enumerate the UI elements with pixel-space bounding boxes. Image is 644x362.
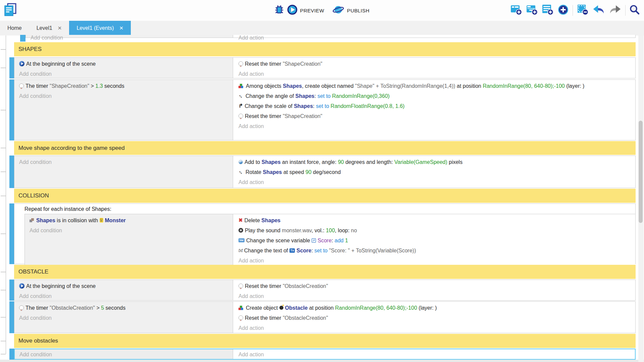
group-title[interactable]: Move shape according to the game speed (14, 141, 636, 155)
conditions-cell[interactable]: At the beginning of the scene Add condit… (14, 58, 233, 78)
add-condition-button[interactable]: Add condition (19, 313, 229, 323)
group-header-collision[interactable]: COLLISION (9, 189, 636, 203)
condition-line[interactable]: Shapes is in collision with Monster (30, 216, 229, 226)
add-condition-button[interactable]: Add condition (19, 157, 229, 167)
delete-icon (238, 215, 243, 225)
delete-selection-icon[interactable] (577, 4, 589, 17)
debug-icon[interactable] (275, 5, 284, 16)
action-line[interactable]: Change the scale of Shapes: set to Rando… (238, 101, 629, 111)
event-row[interactable]: Add condition Add to Shapes an instant f… (9, 156, 636, 188)
action-line[interactable]: Among objects Shapes, create object name… (238, 81, 629, 91)
condition-line[interactable]: At the beginning of the scene (19, 281, 229, 291)
add-action-button[interactable]: Add action (238, 323, 629, 333)
actions-cell[interactable]: Create object Obstacle at position Rando… (233, 302, 635, 333)
preview-button[interactable]: PREVIEW (287, 4, 324, 16)
event-drag-handle[interactable] (9, 203, 14, 264)
actions-cell[interactable]: Add action (233, 349, 635, 359)
close-tab-icon[interactable]: ✕ (58, 25, 62, 31)
action-line[interactable]: Reset the timer "ObstacleCreation" (238, 313, 629, 323)
action-line[interactable]: Delete Shapes (238, 216, 629, 226)
conditions-cell[interactable]: At the beginning of the scene Add condit… (14, 280, 233, 300)
add-action-button[interactable]: Add action (238, 121, 629, 131)
action-line[interactable]: Change the text of Score: set to "Score:… (238, 246, 629, 256)
foreach-header[interactable]: Repeat for each instance of Shapes: (14, 204, 635, 214)
group-title[interactable]: Move obstacles (14, 334, 636, 348)
add-comment-icon[interactable] (542, 4, 554, 17)
group-header-obstacle[interactable]: OBSTACLE (9, 265, 636, 279)
add-event-icon[interactable] (510, 4, 522, 17)
action-line[interactable]: Rotate Shapes at speed 90 deg/second (238, 167, 629, 177)
add-condition-button[interactable]: Add condition (19, 291, 229, 301)
actions-cell[interactable]: Delete Shapes Play the sound monster.wav… (233, 214, 635, 266)
event-drag-handle[interactable] (9, 156, 14, 188)
condition-line[interactable]: The timer "ShapeCreation" > 1.3 seconds (19, 81, 229, 91)
event-row[interactable]: The timer "ShapeCreation" > 1.3 seconds … (9, 79, 636, 140)
sound-icon (238, 228, 243, 233)
actions-cell[interactable]: Reset the timer "ShapeCreation" Add acti… (233, 58, 635, 78)
event-drag-handle[interactable] (9, 301, 14, 333)
foreach-event-row[interactable]: Repeat for each instance of Shapes: Shap… (9, 203, 636, 264)
add-action-button[interactable]: Add action (238, 256, 629, 266)
add-condition-button[interactable]: Add condition (31, 35, 229, 42)
group-header-shapes[interactable]: SHAPES (9, 42, 636, 56)
redo-icon[interactable] (609, 5, 622, 16)
actions-cell[interactable]: Add action (233, 35, 635, 38)
vertical-scrollbar[interactable] (638, 36, 644, 362)
event-row-clipped[interactable]: Add condition Add action (20, 35, 636, 42)
conditions-cell[interactable]: Shapes is in collision with Monster Add … (25, 214, 233, 266)
action-line[interactable]: Reset the timer "ShapeCreation" (238, 59, 629, 69)
actions-cell[interactable]: Among objects Shapes, create object name… (233, 80, 635, 140)
conditions-cell[interactable]: The timer "ObstacleCreation" > 5 seconds… (14, 302, 233, 333)
action-line[interactable]: Play the sound monster.wav, vol.: 100, l… (238, 226, 629, 236)
add-action-button[interactable]: Add action (238, 177, 629, 187)
add-other-event-icon[interactable] (557, 4, 569, 17)
conditions-cell[interactable]: Add condition (26, 35, 233, 38)
action-line[interactable]: Change the angle of Shapes: set to Rando… (238, 91, 629, 101)
event-row[interactable]: At the beginning of the scene Add condit… (9, 280, 636, 301)
condition-line[interactable]: At the beginning of the scene (19, 59, 229, 69)
app-logo-icon[interactable] (3, 3, 17, 19)
event-row-selected[interactable]: Add condition Add action (9, 349, 636, 360)
event-drag-handle[interactable] (9, 57, 14, 78)
actions-cell[interactable]: Reset the timer "ObstacleCreation" Add a… (233, 280, 635, 300)
group-title[interactable]: OBSTACLE (14, 265, 636, 279)
action-line[interactable]: Add to Shapes an instant force, angle: 9… (238, 157, 629, 167)
add-condition-button[interactable]: Add condition (30, 226, 229, 236)
group-header-move-obstacles[interactable]: Move obstacles (9, 334, 636, 348)
conditions-cell[interactable]: Add condition (15, 349, 233, 359)
conditions-cell[interactable]: The timer "ShapeCreation" > 1.3 seconds … (14, 80, 233, 140)
event-drag-handle[interactable] (9, 349, 14, 360)
group-title[interactable]: SHAPES (14, 42, 636, 56)
group-title[interactable]: COLLISION (14, 189, 636, 203)
add-condition-button[interactable]: Add condition (19, 350, 229, 360)
tab-home[interactable]: Home (0, 21, 29, 36)
add-action-button[interactable]: Add action (238, 69, 629, 79)
action-line[interactable]: Change the scene variable Score: add 1 (238, 236, 629, 246)
action-line[interactable]: Create object Obstacle at position Rando… (238, 303, 629, 313)
group-header-move-shape[interactable]: Move shape according to the game speed (9, 141, 636, 155)
publish-button[interactable]: PUBLISH (332, 4, 369, 16)
condition-line[interactable]: The timer "ObstacleCreation" > 5 seconds (19, 303, 229, 313)
actions-cell[interactable]: Add to Shapes an instant force, angle: 9… (233, 156, 635, 188)
action-line[interactable]: Reset the timer "ShapeCreation" (238, 111, 629, 121)
add-condition-button[interactable]: Add condition (19, 91, 229, 101)
tab-level1-scene[interactable]: Level1 ✕ (29, 21, 69, 36)
event-row[interactable]: At the beginning of the scene Add condit… (9, 57, 636, 78)
action-line[interactable]: Reset the timer "ObstacleCreation" (238, 281, 629, 291)
add-action-button[interactable]: Add action (238, 350, 629, 360)
event-drag-handle[interactable] (9, 280, 14, 301)
tab-level1-events[interactable]: Level1 (Events) ✕ (69, 21, 131, 36)
conditions-cell[interactable]: Add condition (14, 156, 233, 188)
event-drag-handle[interactable] (9, 79, 14, 140)
event-drag-handle[interactable] (20, 35, 25, 42)
undo-icon[interactable] (592, 5, 605, 16)
search-icon[interactable] (629, 4, 640, 16)
add-action-button[interactable]: Add action (238, 291, 629, 301)
add-subevent-icon[interactable] (526, 4, 538, 17)
add-action-button[interactable]: Add action (238, 35, 629, 42)
text-segment: , create object named (302, 83, 355, 89)
close-tab-icon[interactable]: ✕ (119, 25, 124, 31)
event-row[interactable]: The timer "ObstacleCreation" > 5 seconds… (9, 301, 636, 333)
scrollbar-thumb[interactable] (639, 121, 643, 223)
add-condition-button[interactable]: Add condition (19, 69, 229, 79)
